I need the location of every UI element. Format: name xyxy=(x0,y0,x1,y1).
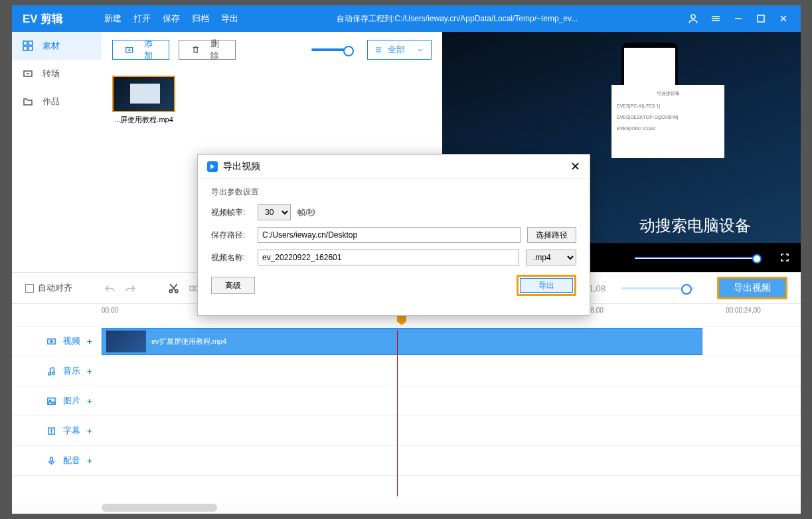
svg-rect-10 xyxy=(190,286,193,290)
track-head-video[interactable]: 视频+ xyxy=(12,335,102,347)
svg-point-18 xyxy=(52,372,54,374)
transition-icon xyxy=(23,68,33,79)
settings-icon[interactable] xyxy=(710,13,721,24)
path-label: 保存路径: xyxy=(211,230,251,241)
grid-icon xyxy=(23,40,33,51)
music-icon xyxy=(46,366,56,376)
cut-icon[interactable] xyxy=(168,283,179,294)
sidebar-item-works[interactable]: 作品 xyxy=(12,88,102,115)
thumb-size-slider[interactable] xyxy=(311,48,350,51)
sidebar-item-transition[interactable]: 转场 xyxy=(12,60,102,88)
status-text: 自动保存工程到:C:/Users/ieway.cn/AppData/Local/… xyxy=(238,13,676,25)
track-subtitle: 字幕+ xyxy=(12,416,801,446)
play-icon xyxy=(207,161,218,172)
export-dialog: 导出视频 ✕ 导出参数设置 视频帧率: 30 帧/秒 保存路径: 选择路径 视频… xyxy=(197,154,590,316)
mic-icon xyxy=(46,456,56,466)
svg-rect-3 xyxy=(29,41,33,45)
svg-point-17 xyxy=(48,372,51,375)
svg-rect-19 xyxy=(48,398,55,404)
playhead-handle[interactable] xyxy=(397,316,406,325)
maximize-icon[interactable] xyxy=(756,13,766,24)
menu-export[interactable]: 导出 xyxy=(221,13,238,25)
chevron-down-icon xyxy=(416,46,424,54)
track-head-image[interactable]: 图片+ xyxy=(12,395,102,407)
ext-select[interactable]: .mp4 xyxy=(526,250,576,265)
menu-new[interactable]: 新建 xyxy=(104,13,122,25)
select-path-button[interactable]: 选择路径 xyxy=(527,227,576,243)
add-image-track-icon[interactable]: + xyxy=(87,396,92,406)
add-voice-track-icon[interactable]: + xyxy=(87,456,92,466)
export-button-highlight: 导出 xyxy=(517,275,576,296)
fps-label: 视频帧率: xyxy=(211,207,251,218)
asset-thumb xyxy=(112,76,175,112)
menu-open[interactable]: 打开 xyxy=(133,13,151,25)
track-voice: 配音+ xyxy=(12,446,801,476)
playhead-line xyxy=(397,331,398,496)
add-subtitle-track-icon[interactable]: + xyxy=(87,426,92,436)
filename-label: 视频名称: xyxy=(211,252,251,263)
user-icon[interactable] xyxy=(688,13,698,24)
timeline-scrollbar[interactable] xyxy=(12,502,801,513)
asset-toolbar: 添加 删除 全部 xyxy=(112,40,432,60)
add-video-track-icon[interactable]: + xyxy=(87,336,92,346)
svg-point-0 xyxy=(691,15,695,19)
dialog-title-bar: 导出视频 ✕ xyxy=(198,155,590,179)
preview-caption: 动搜索电脑设备 xyxy=(639,215,751,236)
minimize-icon[interactable] xyxy=(733,13,744,24)
path-input[interactable] xyxy=(258,227,521,243)
asset-name: ...屏使用教程.mp4 xyxy=(112,115,175,125)
undo-icon[interactable] xyxy=(104,283,116,294)
track-video: 视频+ ev扩展屏使用教程.mp4 xyxy=(12,327,801,356)
sidebar-item-material[interactable]: 素材 xyxy=(12,32,102,60)
zoom-slider[interactable] xyxy=(621,287,694,289)
clip-thumb xyxy=(106,331,146,352)
asset-item[interactable]: ...屏使用教程.mp4 xyxy=(112,76,175,125)
title-bar: EV 剪辑 新建 打开 保存 归档 导出 自动保存工程到:C:/Users/ie… xyxy=(12,5,801,32)
fps-select[interactable]: 30 xyxy=(258,204,291,220)
add-music-track-icon[interactable]: + xyxy=(87,366,92,376)
menu-save[interactable]: 保存 xyxy=(163,13,180,25)
sidebar: 素材 转场 作品 xyxy=(12,32,102,272)
main-menu: 新建 打开 保存 归档 导出 xyxy=(104,13,238,25)
svg-rect-5 xyxy=(29,46,33,50)
video-clip[interactable]: ev扩展屏使用教程.mp4 xyxy=(102,328,702,355)
dialog-title-text: 导出视频 xyxy=(223,161,260,173)
track-head-subtitle[interactable]: 字幕+ xyxy=(12,425,102,437)
track-head-voice[interactable]: 配音+ xyxy=(12,455,102,467)
timeline: 00,00 00:00:06,00 00:00:12,00 00:00:18,0… xyxy=(12,304,801,513)
add-button[interactable]: 添加 xyxy=(112,40,169,60)
track-image: 图片+ xyxy=(12,386,801,416)
app-title: EV 剪辑 xyxy=(12,11,102,27)
dialog-section-label: 导出参数设置 xyxy=(211,186,576,198)
text-icon xyxy=(46,426,56,436)
delete-button[interactable]: 删除 xyxy=(179,40,236,60)
menu-archive[interactable]: 归档 xyxy=(192,13,209,25)
dialog-close-button[interactable]: ✕ xyxy=(570,159,580,174)
folder-icon xyxy=(23,96,33,107)
preview-device-panel: 可连接设备 EVES|PC-XI)-TES 1| EVES|DESKTOP-GQ… xyxy=(611,85,724,158)
list-icon xyxy=(374,46,382,54)
filename-input[interactable] xyxy=(258,250,519,265)
add-folder-icon xyxy=(125,45,133,54)
svg-rect-4 xyxy=(23,46,27,50)
export-video-button[interactable]: 导出视频 xyxy=(717,277,787,299)
image-icon xyxy=(46,396,56,406)
trash-icon xyxy=(191,45,200,54)
auto-align-checkbox[interactable]: 自动对齐 xyxy=(25,282,72,294)
svg-rect-2 xyxy=(23,41,27,45)
advanced-button[interactable]: 高级 xyxy=(211,277,255,294)
dialog-export-button[interactable]: 导出 xyxy=(520,278,573,293)
svg-rect-22 xyxy=(50,457,53,461)
svg-rect-1 xyxy=(758,15,764,22)
filter-dropdown[interactable]: 全部 xyxy=(367,40,432,60)
redo-icon[interactable] xyxy=(125,283,136,294)
fullscreen-icon[interactable] xyxy=(779,252,790,263)
svg-point-8 xyxy=(169,289,172,292)
track-music: 音乐+ xyxy=(12,356,801,386)
video-icon xyxy=(46,336,56,346)
svg-point-9 xyxy=(175,289,178,292)
close-icon[interactable] xyxy=(778,13,789,24)
fps-unit: 帧/秒 xyxy=(297,207,315,218)
track-head-music[interactable]: 音乐+ xyxy=(12,365,102,377)
